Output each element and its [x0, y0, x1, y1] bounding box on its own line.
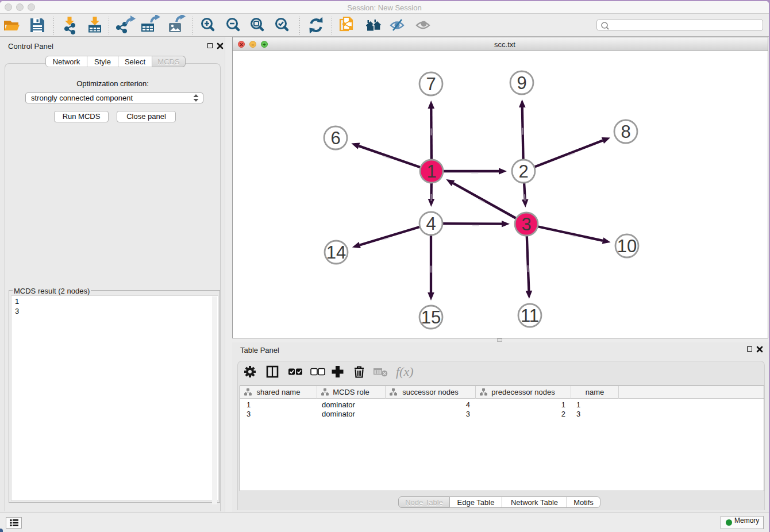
svg-text:3: 3	[521, 214, 531, 234]
svg-text:1: 1	[426, 161, 436, 182]
svg-text:4: 4	[426, 214, 436, 234]
svg-text:14: 14	[326, 242, 346, 263]
svg-text:7: 7	[426, 74, 436, 94]
svg-text:8: 8	[621, 122, 630, 142]
svg-text:15: 15	[421, 307, 441, 327]
svg-text:f(x): f(x)	[396, 364, 414, 379]
svg-text:9: 9	[517, 73, 526, 93]
svg-text:6: 6	[330, 128, 340, 148]
svg-text:10: 10	[617, 236, 637, 256]
svg-text:11: 11	[521, 306, 539, 326]
svg-text:2: 2	[518, 161, 528, 182]
